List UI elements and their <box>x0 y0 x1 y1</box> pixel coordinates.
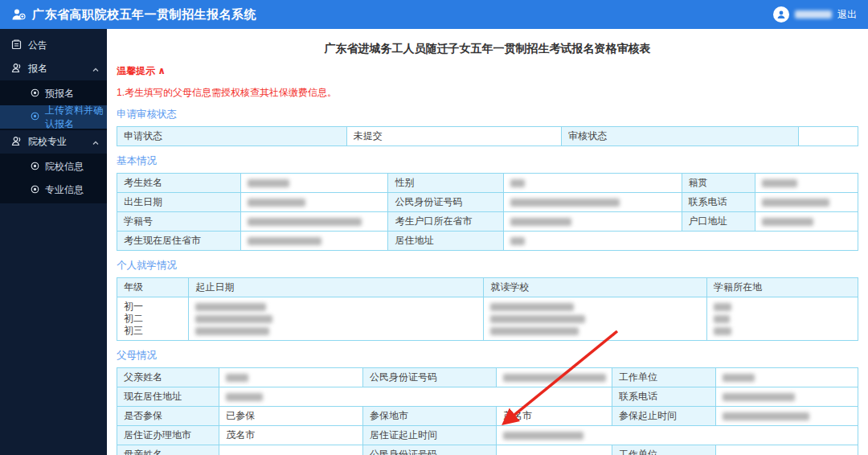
review-status-value <box>799 127 858 146</box>
father-residence-city-value: 茂名市 <box>219 426 363 445</box>
redacted-value <box>497 426 858 445</box>
person-icon <box>11 136 22 149</box>
field-label: 联系电话 <box>682 193 755 212</box>
empty-value <box>219 445 363 455</box>
sidebar-item-college-info[interactable]: 院校信息 <box>0 155 107 178</box>
field-label: 现在居住地址 <box>117 387 219 407</box>
field-label: 父亲姓名 <box>117 368 219 387</box>
redacted-value <box>484 297 707 341</box>
review-status-label: 审核状态 <box>562 127 799 146</box>
grade-label: 初三 <box>124 325 182 337</box>
table-row: 考生姓名 性别 籍贯 <box>117 174 858 193</box>
app-header: 广东省高职院校五年一贯制招生报名系统 退出 <box>0 0 868 29</box>
field-label: 考生姓名 <box>117 174 241 193</box>
sidebar-item-announcements[interactable]: 公告 <box>0 34 107 57</box>
redacted-value <box>240 193 387 212</box>
sidebar-item-label: 院校专业 <box>28 135 67 149</box>
tips-collapse-header[interactable]: 温馨提示 ∧ <box>117 64 858 78</box>
table-row: 是否参保 已参保 参保地市 茂名市 参保起止时间 <box>117 407 858 426</box>
sidebar-item-label: 院校信息 <box>45 160 84 174</box>
redacted-value <box>504 174 682 193</box>
eye-icon <box>31 162 39 173</box>
user-area: 退出 <box>773 6 857 23</box>
redacted-value <box>706 297 858 341</box>
redacted-value <box>219 368 363 387</box>
grade-list: 初一 初二 初三 <box>117 297 189 341</box>
field-label: 性别 <box>388 174 504 193</box>
column-header: 学籍所在地 <box>706 278 858 297</box>
redacted-value <box>240 232 387 251</box>
chevron-up-icon <box>92 64 99 75</box>
section-title-parents: 父母情况 <box>117 349 858 363</box>
column-header: 年级 <box>117 278 189 297</box>
field-label: 工作单位 <box>612 445 715 455</box>
section-title-basic: 基本情况 <box>117 154 858 168</box>
sidebar-item-pre-enroll[interactable]: 预报名 <box>0 82 107 105</box>
eye-icon <box>31 88 39 100</box>
school-history-table: 年级 起止日期 就读学校 学籍所在地 初一 初二 初三 <box>117 277 858 341</box>
tips-note: 1.考生填写的父母信息需授权核查其社保缴费信息。 <box>117 86 858 100</box>
username-redacted <box>795 10 832 18</box>
father-insured-city-value: 茂名市 <box>497 407 612 426</box>
field-label: 出生日期 <box>117 193 241 212</box>
app-brand: 广东省高职院校五年一贯制招生报名系统 <box>11 7 256 23</box>
table-row: 母亲姓名 公民身份证号码 工作单位 <box>117 445 858 455</box>
field-label: 公民身份证号码 <box>388 193 504 212</box>
enroll-submenu: 预报名 上传资料并确认报名 <box>0 80 107 130</box>
redacted-value <box>755 212 858 232</box>
sidebar: 公告 报名 预报名 上传 <box>0 29 107 455</box>
field-label: 工作单位 <box>612 368 715 387</box>
section-title-status: 申请审核状态 <box>117 108 858 121</box>
column-header: 起止日期 <box>189 278 484 297</box>
table-row: 父亲姓名 公民身份证号码 工作单位 <box>117 368 858 387</box>
redacted-value <box>755 193 858 212</box>
field-label: 参保起止时间 <box>612 407 715 426</box>
sidebar-item-upload-confirm[interactable]: 上传资料并确认报名 <box>0 105 107 129</box>
redacted-value <box>189 297 484 341</box>
field-label: 居住地址 <box>388 232 504 251</box>
sidebar-item-enroll[interactable]: 报名 <box>0 57 107 80</box>
eye-icon <box>31 185 39 196</box>
person-add-icon <box>11 8 26 21</box>
table-row: 考生现在居住省市 居住地址 <box>117 232 858 251</box>
eye-icon <box>31 112 39 123</box>
redacted-value <box>715 387 858 407</box>
parents-info-table: 父亲姓名 公民身份证号码 工作单位 现在居住地址 联系电话 是否参保 已参保 参… <box>117 367 858 455</box>
table-row: 初一 初二 初三 <box>117 297 858 341</box>
field-label: 居住证办理地市 <box>117 426 219 445</box>
logout-button[interactable]: 退出 <box>837 8 857 22</box>
main-content: 广东省进城务工人员随迁子女五年一贯制招生考试报名资格审核表 温馨提示 ∧ 1.考… <box>107 29 868 455</box>
sidebar-item-label: 报名 <box>28 62 47 76</box>
sidebar-item-label: 预报名 <box>45 87 74 100</box>
chevron-up-icon <box>92 137 99 148</box>
status-table: 申请状态 未提交 审核状态 <box>117 126 858 146</box>
empty-value <box>715 445 858 455</box>
basic-info-table: 考生姓名 性别 籍贯 出生日期 公民身份证号码 联系电话 学籍号 考生户口所在省… <box>117 173 858 251</box>
redacted-value <box>715 407 858 426</box>
field-label: 居住证起止时间 <box>363 426 497 445</box>
redacted-value <box>504 193 682 212</box>
redacted-value <box>755 174 858 193</box>
field-label: 是否参保 <box>117 407 219 426</box>
table-row: 现在居住地址 联系电话 <box>117 387 858 407</box>
redacted-value <box>219 387 612 407</box>
field-label: 母亲姓名 <box>117 445 219 455</box>
field-label: 联系电话 <box>612 387 715 407</box>
table-header-row: 年级 起止日期 就读学校 学籍所在地 <box>117 278 858 297</box>
redacted-value <box>240 212 387 232</box>
sidebar-item-college-major[interactable]: 院校专业 <box>0 130 107 154</box>
redacted-value <box>240 174 387 193</box>
clipboard-icon <box>11 39 22 52</box>
apply-status-value: 未提交 <box>346 127 561 146</box>
sidebar-item-major-info[interactable]: 专业信息 <box>0 178 107 202</box>
person-icon <box>11 63 22 76</box>
table-row: 申请状态 未提交 审核状态 <box>117 127 858 146</box>
page-title: 广东省进城务工人员随迁子女五年一贯制招生考试报名资格审核表 <box>117 42 858 56</box>
father-insured-value: 已参保 <box>219 407 363 426</box>
table-row: 出生日期 公民身份证号码 联系电话 <box>117 193 858 212</box>
redacted-value <box>715 368 858 387</box>
empty-value <box>497 445 612 455</box>
sidebar-item-label: 上传资料并确认报名 <box>45 104 107 131</box>
grade-label: 初二 <box>124 313 182 325</box>
redacted-value <box>504 232 858 251</box>
